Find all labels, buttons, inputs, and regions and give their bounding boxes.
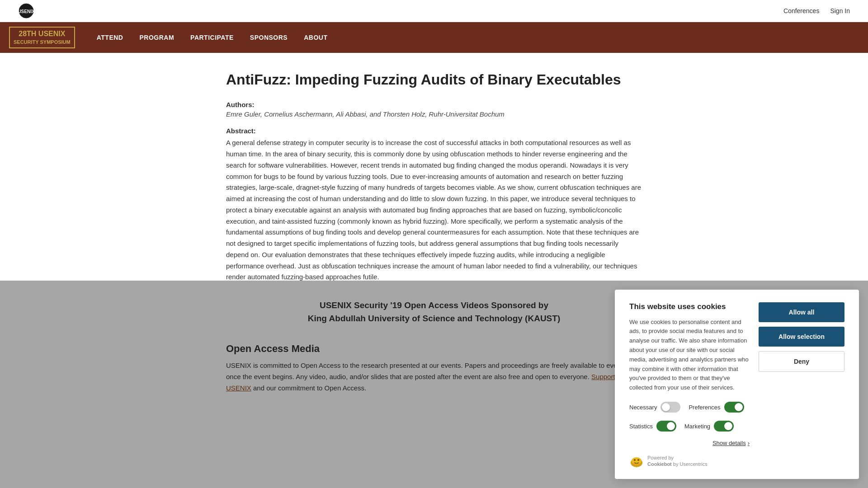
signin-link[interactable]: Sign In [830, 7, 850, 14]
abstract-label: Abstract: [226, 127, 642, 135]
statistics-toggle-knob [667, 422, 675, 430]
allow-all-button[interactable]: Allow all [759, 302, 844, 322]
nav-items-list: ATTEND PROGRAM PARTICIPATE SPONSORS ABOU… [89, 22, 336, 53]
cookie-main-area: This website uses cookies We use cookies… [629, 302, 750, 430]
logo-line2: SECURITY SYMPOSIUM [14, 39, 71, 45]
cookie-toggles-row: Necessary Preferences Statistics [629, 402, 750, 430]
open-access-text-after: and our commitment to Open Access. [253, 384, 366, 392]
main-content: AntiFuzz: Impeding Fuzzing Audits of Bin… [217, 53, 651, 430]
usenix-logo-icon: USENIX [18, 3, 34, 19]
authors-label: Authors: [226, 101, 642, 108]
nav-item-sponsors[interactable]: SPONSORS [242, 22, 296, 53]
cookie-buttons: Allow all Allow selection Deny [759, 302, 844, 372]
marketing-label: Marketing [684, 423, 710, 430]
symposium-logo: 28TH USENIX SECURITY SYMPOSIUM [9, 27, 75, 48]
deny-button[interactable]: Deny [759, 351, 844, 372]
necessary-toggle-knob [662, 403, 670, 411]
open-access-text-before: USENIX is committed to Open Access to th… [226, 361, 634, 380]
main-nav: 28TH USENIX SECURITY SYMPOSIUM ATTEND PR… [0, 22, 868, 53]
cookie-banner: This website uses cookies We use cookies… [615, 290, 859, 430]
cookie-toggle-statistics: Statistics [629, 421, 676, 430]
authors-section: Authors: Emre Guler, Cornelius Ascherman… [226, 101, 642, 118]
preferences-toggle[interactable] [724, 402, 744, 413]
usenix-logo: USENIX [18, 3, 34, 19]
nav-item-participate[interactable]: PARTICIPATE [182, 22, 242, 53]
necessary-label: Necessary [629, 404, 657, 411]
sponsorship-line2: King Abdullah University of Science and … [226, 312, 642, 325]
necessary-toggle[interactable] [660, 402, 680, 413]
open-access-title: Open Access Media [226, 343, 642, 355]
paper-title: AntiFuzz: Impeding Fuzzing Audits of Bin… [226, 71, 642, 88]
authors-text: Emre Guler, Cornelius Aschermann, Ali Ab… [226, 110, 642, 118]
top-bar: USENIX Conferences Sign In [0, 0, 868, 22]
svg-text:USENIX: USENIX [18, 9, 34, 14]
preferences-toggle-knob [735, 403, 743, 411]
nav-item-program[interactable]: PROGRAM [131, 22, 182, 53]
nav-logo: 28TH USENIX SECURITY SYMPOSIUM [9, 27, 75, 48]
sponsorship-box: USENIX Security '19 Open Access Videos S… [226, 299, 642, 325]
cookie-banner-title: This website uses cookies [629, 302, 750, 311]
statistics-label: Statistics [629, 423, 653, 430]
logo-line1: 28TH USENIX [14, 29, 71, 39]
cookie-toggle-necessary: Necessary [629, 402, 680, 413]
statistics-toggle[interactable] [656, 421, 676, 430]
open-access-text: USENIX is committed to Open Access to th… [226, 360, 642, 394]
cookie-toggle-marketing: Marketing [684, 421, 734, 430]
allow-selection-button[interactable]: Allow selection [759, 327, 844, 347]
nav-item-attend[interactable]: ATTEND [89, 22, 132, 53]
marketing-toggle[interactable] [714, 421, 734, 430]
cookie-toggle-preferences: Preferences [689, 402, 744, 413]
abstract-text: A general defense strategy in computer s… [226, 137, 642, 283]
preferences-label: Preferences [689, 404, 720, 411]
abstract-section: Abstract: A general defense strategy in … [226, 127, 642, 283]
nav-item-about[interactable]: ABOUT [296, 22, 335, 53]
sponsorship-line1: USENIX Security '19 Open Access Videos S… [226, 299, 642, 312]
marketing-toggle-knob [724, 422, 732, 430]
conferences-link[interactable]: Conferences [783, 7, 819, 14]
cookie-banner-text: We use cookies to personalise content an… [629, 318, 750, 393]
